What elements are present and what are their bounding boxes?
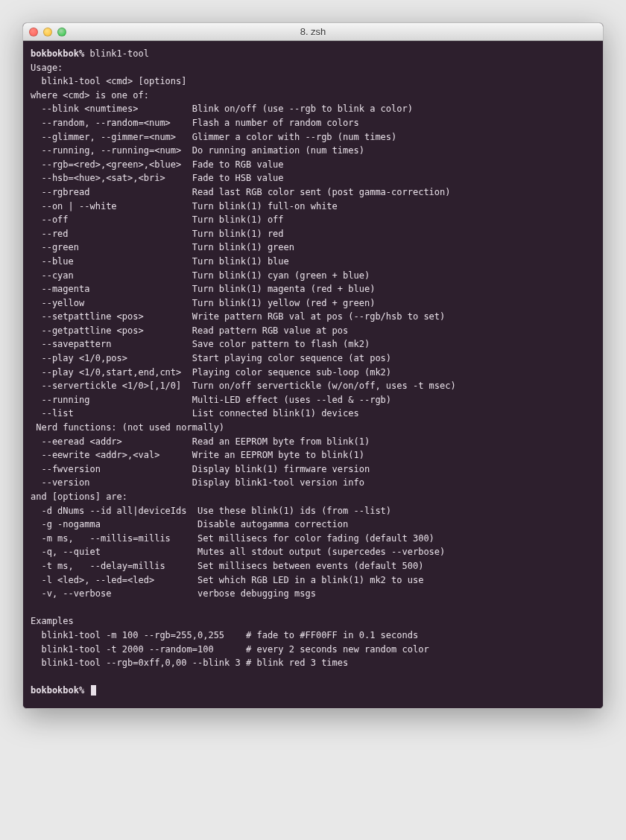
output-line: --play <1/0,start,end,cnt> Playing color… <box>31 366 595 380</box>
output-line: blink1-tool -m 100 --rgb=255,0,255 # fad… <box>31 629 595 643</box>
output-line: -q, --quiet Mutes all stdout output (sup… <box>31 545 595 559</box>
output-line: -g -nogamma Disable autogamma correction <box>31 518 595 532</box>
output-line: blink1-tool --rgb=0xff,0,00 --blink 3 # … <box>31 656 595 670</box>
output-line: --fwversion Display blink(1) firmware ve… <box>31 462 595 477</box>
output-line: --eewrite <addr>,<val> Write an EEPROM b… <box>31 448 595 462</box>
window-titlebar: 8. zsh <box>23 23 603 41</box>
zoom-icon[interactable] <box>57 28 66 36</box>
output-line: where <cmd> is one of: <box>31 89 595 103</box>
output-line: Usage: <box>31 61 595 75</box>
output-line: --play <1/0,pos> Start playing color seq… <box>31 351 595 366</box>
output-line: --blue Turn blink(1) blue <box>31 255 595 269</box>
output-line: --savepattern Save color pattern to flas… <box>31 337 595 351</box>
output-line: blink1-tool <cmd> [options] <box>31 74 595 89</box>
output-line: --running, --running=<num> Do running an… <box>31 144 595 158</box>
output-line: --random, --random=<num> Flash a number … <box>31 116 595 130</box>
output-line: --off Turn blink(1) off <box>31 213 595 227</box>
output-line: --servertickle <1/0>[,1/0] Turn on/off s… <box>31 379 595 393</box>
output-line: -v, --verbose verbose debugging msgs <box>31 587 595 601</box>
output-line: --red Turn blink(1) red <box>31 227 595 241</box>
output-line: --running Multi-LED effect (uses --led &… <box>31 393 595 407</box>
output-line: --eeread <addr> Read an EEPROM byte from… <box>31 435 595 449</box>
output-line: --blink <numtimes> Blink on/off (use --r… <box>31 102 595 116</box>
output-line: --getpattline <pos> Read pattern RGB val… <box>31 324 595 338</box>
output-line: --setpattline <pos> Write pattern RGB va… <box>31 310 595 324</box>
close-icon[interactable] <box>29 28 38 36</box>
window-title: 8. zsh <box>23 26 603 37</box>
traffic-lights <box>29 28 66 36</box>
output-line: --on | --white Turn blink(1) full-on whi… <box>31 200 595 214</box>
output-line <box>31 601 595 615</box>
output-line: -d dNums --id all|deviceIds Use these bl… <box>31 504 595 518</box>
output-line: --rgbread Read last RGB color sent (post… <box>31 185 595 200</box>
output-line: -t ms, --delay=millis Set millisecs betw… <box>31 559 595 573</box>
output-line: blink1-tool -t 2000 --random=100 # every… <box>31 643 595 657</box>
output-line: -l <led>, --led=<led> Set which RGB LED … <box>31 573 595 588</box>
output-line: --list List connected blink(1) devices <box>31 407 595 421</box>
prompt-host: bokbokbok% <box>31 48 84 59</box>
prompt-command: blink1-tool <box>84 48 149 59</box>
output-line: --magenta Turn blink(1) magenta (red + b… <box>31 282 595 296</box>
output-line: Examples <box>31 614 595 629</box>
output-line: --cyan Turn blink(1) cyan (green + blue) <box>31 269 595 283</box>
prompt-line: bokbokbok% blink1-tool <box>31 47 595 61</box>
output-line: --green Turn blink(1) green <box>31 241 595 255</box>
output-line: --rgb=<red>,<green>,<blue> Fade to RGB v… <box>31 158 595 172</box>
output-line: --hsb=<hue>,<sat>,<bri> Fade to HSB valu… <box>31 171 595 185</box>
output-line: Nerd functions: (not used normally) <box>31 421 595 435</box>
minimize-icon[interactable] <box>43 28 52 36</box>
output-line: --version Display blink1-tool version in… <box>31 476 595 490</box>
terminal-body[interactable]: bokbokbok% blink1-toolUsage: blink1-tool… <box>23 41 603 708</box>
output-line <box>31 670 595 684</box>
output-line: and [options] are: <box>31 490 595 504</box>
prompt-host: bokbokbok% <box>31 685 84 696</box>
output-line: -m ms, --millis=millis Set millisecs for… <box>31 532 595 546</box>
terminal-window: 8. zsh bokbokbok% blink1-toolUsage: blin… <box>22 22 604 709</box>
output-line: --glimmer, --gimmer=<num> Glimmer a colo… <box>31 130 595 144</box>
prompt-line: bokbokbok% <box>31 684 595 698</box>
cursor-icon <box>91 685 96 696</box>
output-line: --yellow Turn blink(1) yellow (red + gre… <box>31 296 595 311</box>
